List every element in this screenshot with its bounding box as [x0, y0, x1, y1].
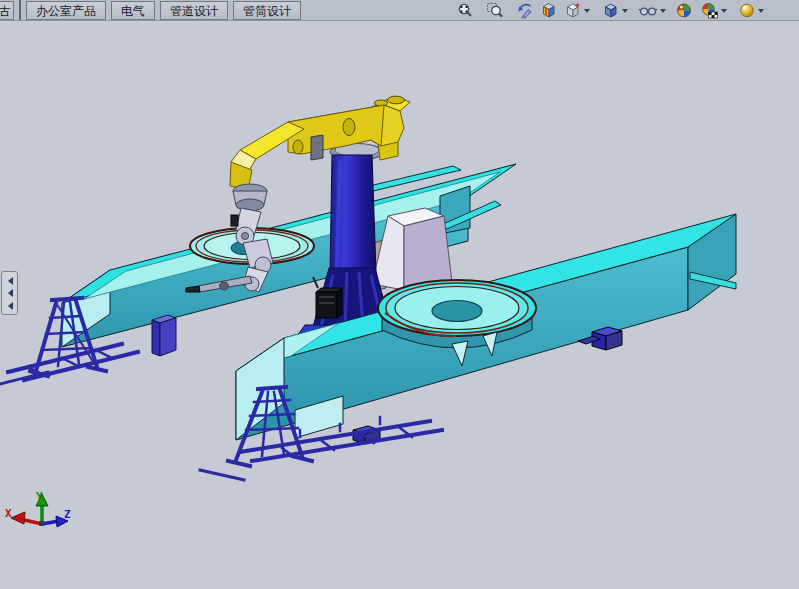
display-style-icon [602, 2, 620, 19]
tab-piping-design[interactable]: 管道设计 [160, 1, 228, 20]
left-arrow-icon [4, 302, 13, 310]
display-style-button[interactable] [601, 0, 629, 20]
tab-office-products[interactable]: 办公室产品 [26, 1, 106, 20]
axis-x-label: X [5, 507, 12, 520]
zoom-to-area-button[interactable] [485, 0, 505, 20]
hide-show-items-icon [638, 2, 658, 19]
reference-triad: X Y Z [5, 490, 71, 527]
checkered-flag-icon [709, 12, 718, 18]
command-manager-toolbar: 古 办公室产品 电气 管道设计 管筒设计 [0, 0, 799, 21]
apply-scene-button[interactable] [699, 0, 728, 20]
view-settings-button[interactable] [737, 0, 765, 20]
rear-beam-pedestal [152, 315, 176, 356]
dropdown-arrow [584, 9, 590, 16]
apply-scene-icon [700, 2, 719, 19]
axis-z-label: Z [64, 508, 71, 521]
cad-window: { "window": { "background_color": "#c5ca… [0, 0, 799, 589]
dropdown-arrow [622, 9, 628, 16]
heads-up-view-toolbar [455, 0, 799, 20]
tab-clipped[interactable]: 古 [0, 1, 14, 20]
left-arrow-icon [4, 277, 13, 285]
zoom-to-area-icon [486, 2, 504, 19]
feature-tree-expand-button[interactable] [1, 271, 18, 315]
view-settings-icon [738, 2, 756, 19]
zoom-to-fit-button[interactable] [455, 0, 475, 20]
view-orientation-icon [564, 2, 582, 19]
axis-y-label: Y [36, 490, 43, 503]
previous-view-button[interactable] [514, 0, 535, 20]
robot-boom-arm [230, 96, 410, 190]
edit-appearance-button[interactable] [674, 0, 694, 20]
previous-view-icon [515, 2, 534, 19]
view-orientation-button[interactable] [563, 0, 591, 20]
toolbar-separator [19, 0, 21, 20]
tab-tubing-design[interactable]: 管筒设计 [233, 1, 301, 20]
left-arrow-icon [4, 289, 13, 297]
dropdown-arrow [758, 9, 764, 16]
dropdown-arrow [660, 9, 666, 16]
cad-scene: X Y Z [0, 0, 799, 589]
dropdown-arrow [721, 9, 727, 16]
edit-appearance-icon [675, 2, 693, 19]
section-view-icon [540, 2, 558, 19]
hide-show-items-button[interactable] [637, 0, 667, 20]
tab-electrical[interactable]: 电气 [111, 1, 155, 20]
graphics-viewport[interactable]: X Y Z [0, 0, 799, 589]
zoom-to-fit-icon [456, 2, 474, 19]
section-view-button[interactable] [539, 0, 559, 20]
